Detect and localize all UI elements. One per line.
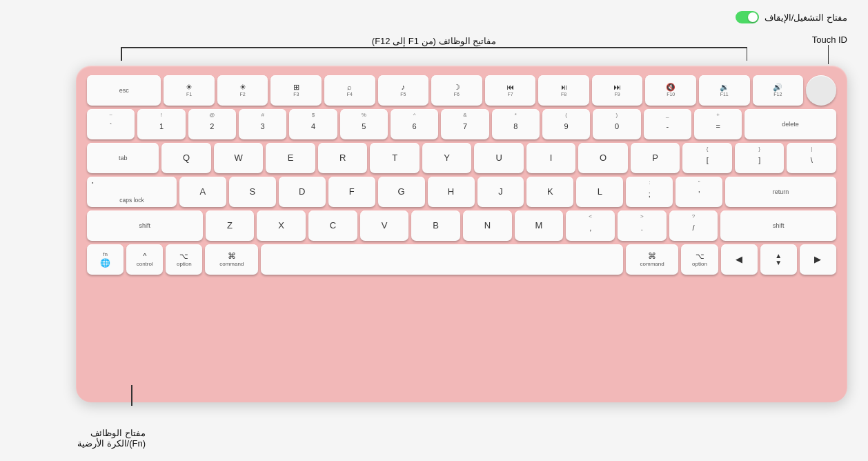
- key-V[interactable]: V: [360, 210, 409, 241]
- key-U[interactable]: U: [474, 143, 524, 173]
- fn-annotation-line: [131, 385, 132, 406]
- key-/[interactable]: ?/: [669, 210, 718, 241]
- key-O[interactable]: O: [578, 143, 628, 173]
- f7-key[interactable]: ⏮F7: [485, 75, 536, 106]
- return-key[interactable]: return: [725, 177, 836, 207]
- f12-key[interactable]: 🔊F12: [753, 75, 804, 106]
- key-L[interactable]: L: [576, 177, 623, 207]
- key-2[interactable]: @2: [188, 109, 236, 139]
- key-Q[interactable]: Q: [161, 143, 211, 173]
- f5-key[interactable]: ♪F5: [378, 75, 429, 106]
- spacebar[interactable]: [261, 244, 623, 275]
- key-3[interactable]: #3: [239, 109, 286, 139]
- fn-bracket-top: [121, 47, 747, 48]
- left-command-key[interactable]: ⌘command: [205, 244, 258, 275]
- tab-key[interactable]: tab: [87, 143, 159, 173]
- key-.[interactable]: >.: [618, 210, 667, 241]
- key-A[interactable]: A: [179, 177, 226, 207]
- key-P[interactable]: P: [631, 143, 680, 173]
- keyboard-body: esc☀︎F1☀F2⊞F3⌕F4♪F5☽F6⏮F7⏯F8⏭F9🔇F10🔉F11🔊…: [76, 66, 847, 402]
- key-9[interactable]: (9: [542, 109, 590, 139]
- key-0[interactable]: )0: [593, 109, 640, 139]
- f8-key[interactable]: ⏯F8: [538, 75, 589, 106]
- delete-key[interactable]: delete: [744, 109, 836, 139]
- fn-globe-key[interactable]: fn🌐: [87, 244, 124, 275]
- arrow-left-key[interactable]: ◀: [721, 244, 758, 275]
- key-H[interactable]: H: [428, 177, 475, 207]
- function-key-row: esc☀︎F1☀F2⊞F3⌕F4♪F5☽F6⏮F7⏯F8⏭F9🔇F10🔉F11🔊…: [87, 75, 836, 106]
- f1-key[interactable]: ☀︎F1: [164, 75, 215, 106]
- zxcv-row: shiftZXCVBNM<,>.?/shift: [87, 210, 836, 241]
- key--[interactable]: _-: [644, 109, 691, 139]
- left-option-key[interactable]: ⌥option: [166, 244, 202, 275]
- touchid-line: [828, 45, 829, 64]
- asdf-row: •caps lockASDFGHJKL:;"'return: [87, 177, 836, 207]
- modifier-row: fn🌐^control⌥option⌘command⌘command⌥optio…: [87, 244, 836, 275]
- key-=[interactable]: +=: [694, 109, 742, 139]
- key-I[interactable]: I: [526, 143, 576, 173]
- key-,[interactable]: <,: [566, 210, 615, 241]
- fn-keys-label: مفاتيح الوظائف (من F1 إلى F12): [138, 36, 730, 46]
- key-5[interactable]: %5: [340, 109, 388, 139]
- esc-key[interactable]: esc: [87, 75, 161, 106]
- key-7[interactable]: &7: [441, 109, 489, 139]
- f4-key[interactable]: ⌕F4: [324, 75, 375, 106]
- key-M[interactable]: M: [515, 210, 564, 241]
- toggle-knob: [748, 12, 758, 22]
- fn-globe-annotation: مفتاح الوظائف (Fn)/الكرة الأرضية: [77, 428, 146, 449]
- key-[[interactable]: {[: [682, 143, 732, 173]
- key-B[interactable]: B: [411, 210, 460, 241]
- key-W[interactable]: W: [214, 143, 264, 173]
- arrow-right-key[interactable]: ▶: [800, 244, 836, 275]
- f10-key[interactable]: 🔇F10: [645, 75, 696, 106]
- keyboard-container: esc☀︎F1☀F2⊞F3⌕F4♪F5☽F6⏮F7⏯F8⏭F9🔇F10🔉F11🔊…: [76, 66, 847, 402]
- f2-key[interactable]: ☀F2: [217, 75, 268, 106]
- caps-lock-key[interactable]: •caps lock: [87, 177, 177, 207]
- key-E[interactable]: E: [266, 143, 315, 173]
- right-command-key[interactable]: ⌘command: [626, 244, 679, 275]
- key-J[interactable]: J: [477, 177, 524, 207]
- fn-bracket-right: [747, 47, 748, 61]
- key-N[interactable]: N: [463, 210, 512, 241]
- key-1[interactable]: !1: [137, 109, 185, 139]
- key-R[interactable]: R: [318, 143, 368, 173]
- key-\[interactable]: |\: [787, 143, 836, 173]
- touchid-label: Touch ID: [812, 35, 847, 45]
- f11-key[interactable]: 🔉F11: [699, 75, 750, 106]
- key-;[interactable]: :;: [626, 177, 673, 207]
- control-key[interactable]: ^control: [126, 244, 163, 275]
- touch-id-key[interactable]: [806, 75, 836, 106]
- key-`[interactable]: ~`: [87, 109, 135, 139]
- right-shift-key[interactable]: shift: [720, 210, 836, 241]
- key-4[interactable]: $4: [289, 109, 337, 139]
- power-toggle[interactable]: [736, 11, 759, 23]
- key-8[interactable]: *8: [492, 109, 540, 139]
- key-D[interactable]: D: [279, 177, 326, 207]
- key-C[interactable]: C: [308, 210, 357, 241]
- key-S[interactable]: S: [229, 177, 276, 207]
- power-label: مفتاح التشغيل/الإيقاف: [765, 12, 847, 23]
- key-K[interactable]: K: [526, 177, 573, 207]
- arrow-up-down-key[interactable]: ▲▼: [760, 244, 797, 275]
- power-area: مفتاح التشغيل/الإيقاف: [736, 11, 847, 23]
- key-G[interactable]: G: [378, 177, 425, 207]
- f3-key[interactable]: ⊞F3: [270, 75, 322, 106]
- fn-bracket-left: [121, 47, 122, 61]
- f9-key[interactable]: ⏭F9: [592, 75, 643, 106]
- key-Y[interactable]: Y: [422, 143, 472, 173]
- key-T[interactable]: T: [370, 143, 420, 173]
- key-][interactable]: }]: [735, 143, 785, 173]
- key-'[interactable]: "': [675, 177, 722, 207]
- key-6[interactable]: ^6: [391, 109, 438, 139]
- key-X[interactable]: X: [257, 210, 306, 241]
- left-shift-key[interactable]: shift: [87, 210, 203, 241]
- right-option-key[interactable]: ⌥option: [681, 244, 718, 275]
- key-Z[interactable]: Z: [206, 210, 255, 241]
- key-F[interactable]: F: [328, 177, 375, 207]
- qwerty-row: tabQWERTYUIOP{[}]|\: [87, 143, 836, 173]
- f6-key[interactable]: ☽F6: [431, 75, 482, 106]
- number-row: ~`!1@2#3$4%5^6&7*8(9)0_-+=delete: [87, 109, 836, 139]
